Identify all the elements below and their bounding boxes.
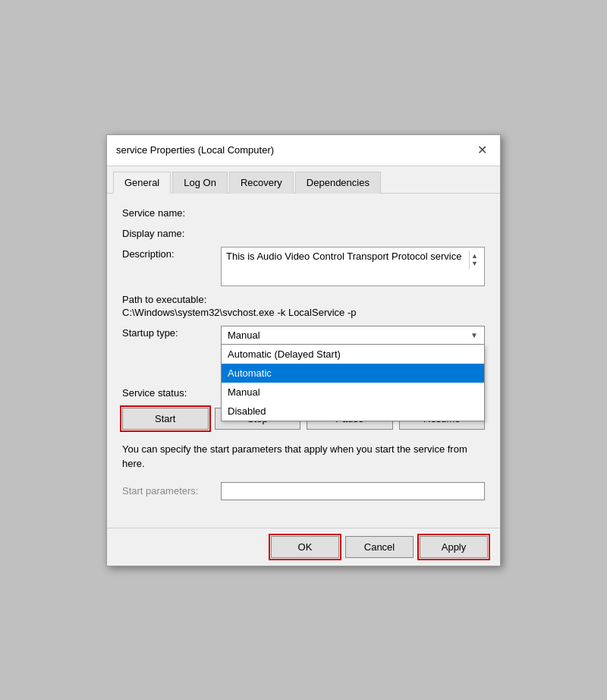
dialog-title: service Properties (Local Computer) <box>116 144 274 156</box>
info-text: You can specify the start parameters tha… <box>122 442 485 471</box>
start-params-row: Start parameters: <box>122 482 485 500</box>
tab-recovery[interactable]: Recovery <box>229 172 294 194</box>
tab-content: Service name: Display name: Description:… <box>107 194 500 528</box>
apply-button[interactable]: Apply <box>420 536 488 558</box>
startup-option-3[interactable]: Disabled <box>222 402 484 421</box>
tab-dependencies[interactable]: Dependencies <box>295 172 381 194</box>
tab-general[interactable]: General <box>113 172 171 194</box>
scroll-up-icon[interactable]: ▲ <box>471 252 478 260</box>
cancel-button[interactable]: Cancel <box>345 536 414 558</box>
service-name-label: Service name: <box>122 206 221 219</box>
service-status-label: Service status: <box>122 387 221 399</box>
dialog-footer: OK Cancel Apply <box>107 528 500 566</box>
close-button[interactable]: ✕ <box>473 141 491 159</box>
title-bar: service Properties (Local Computer) ✕ <box>107 135 500 166</box>
description-box: This is Audio Video Control Transport Pr… <box>221 247 485 286</box>
startup-type-list: Automatic (Delayed Start) Automatic Manu… <box>221 345 485 421</box>
ok-button[interactable]: OK <box>271 536 339 558</box>
startup-type-dropdown-wrapper: Manual ▼ Automatic (Delayed Start) Autom… <box>221 326 485 345</box>
startup-option-0[interactable]: Automatic (Delayed Start) <box>222 345 484 364</box>
tab-bar: General Log On Recovery Dependencies <box>107 166 500 194</box>
startup-type-selected: Manual <box>228 330 260 341</box>
description-value: This is Audio Video Control Transport Pr… <box>226 251 469 262</box>
start-params-input[interactable] <box>221 482 485 500</box>
description-label: Description: <box>122 247 221 260</box>
startup-type-row: Startup type: Manual ▼ Automatic (Delaye… <box>122 326 485 345</box>
path-value: C:\Windows\system32\svchost.exe -k Local… <box>122 307 485 318</box>
description-row: Description: This is Audio Video Control… <box>122 247 485 286</box>
start-params-label: Start parameters: <box>122 485 221 497</box>
service-properties-dialog: service Properties (Local Computer) ✕ Ge… <box>106 134 501 566</box>
startup-type-dropdown[interactable]: Manual ▼ <box>221 326 485 345</box>
startup-option-2[interactable]: Manual <box>222 383 484 402</box>
path-section: Path to executable: C:\Windows\system32\… <box>122 294 485 318</box>
display-name-label: Display name: <box>122 226 221 239</box>
startup-option-1[interactable]: Automatic <box>222 364 484 383</box>
display-name-row: Display name: <box>122 226 485 239</box>
tab-logon[interactable]: Log On <box>172 172 228 194</box>
description-scrollbar: ▲ ▼ <box>469 251 480 269</box>
dropdown-arrow-icon: ▼ <box>470 331 478 339</box>
start-button[interactable]: Start <box>122 408 209 430</box>
path-label: Path to executable: <box>122 294 485 305</box>
scroll-down-icon[interactable]: ▼ <box>471 260 478 267</box>
startup-type-label: Startup type: <box>122 326 221 339</box>
service-name-row: Service name: <box>122 206 485 219</box>
